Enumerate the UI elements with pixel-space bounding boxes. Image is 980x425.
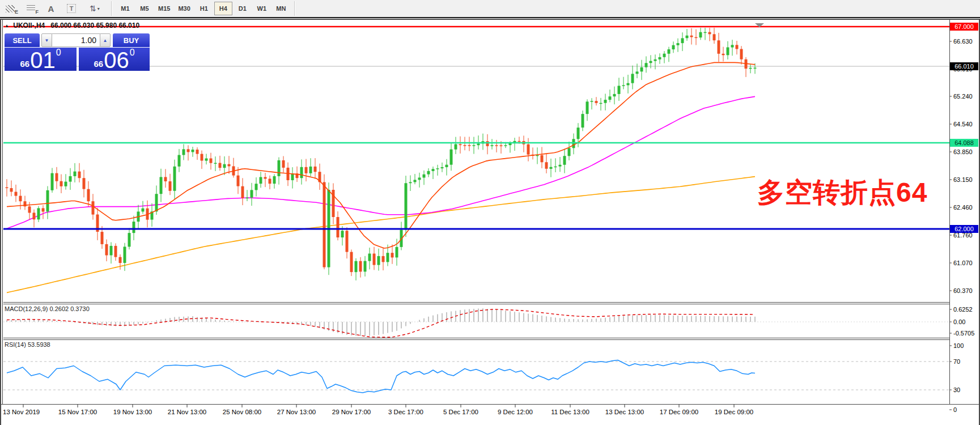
rsi-label: RSI(14) 53.5938 bbox=[5, 341, 50, 348]
svg-text:29 Nov 17:00: 29 Nov 17:00 bbox=[332, 409, 371, 415]
svg-text:11 Dec 13:00: 11 Dec 13:00 bbox=[551, 409, 589, 415]
rsi-pane: 10070300 bbox=[3, 342, 964, 413]
svg-text:13 Nov 2019: 13 Nov 2019 bbox=[3, 409, 40, 415]
sell-button[interactable]: SELL bbox=[5, 33, 40, 47]
buy-button[interactable]: BUY bbox=[113, 33, 150, 47]
svg-text:67.000: 67.000 bbox=[954, 23, 974, 30]
svg-text:63.150: 63.150 bbox=[953, 176, 973, 183]
symbol-header: ▲ UKOIl-,H4 66.000 66.030 65.980 66.010 bbox=[5, 22, 139, 29]
one-click-trading-panel: SELL ▼ ▲ BUY 66 01 0 66 06 0 bbox=[5, 33, 150, 71]
macd-pane: 0.62520.00-0.5705 bbox=[3, 306, 974, 337]
svg-text:64.088: 64.088 bbox=[954, 139, 974, 146]
sell-price-display[interactable]: 66 01 0 bbox=[5, 48, 77, 71]
svg-text:9 Dec 12:00: 9 Dec 12:00 bbox=[498, 409, 533, 415]
svg-text:0.00: 0.00 bbox=[953, 318, 965, 325]
svg-text:66.010: 66.010 bbox=[954, 63, 974, 70]
ma-mid-line bbox=[7, 96, 755, 228]
sell-price-prefix: 66 bbox=[20, 60, 29, 68]
svg-text:0.6252: 0.6252 bbox=[953, 306, 973, 313]
price-axis: 66.63065.91065.24064.54063.85063.15062.4… bbox=[949, 38, 973, 294]
svg-text:5 Dec 17:00: 5 Dec 17:00 bbox=[443, 409, 478, 415]
svg-text:62.000: 62.000 bbox=[954, 226, 974, 232]
svg-text:15 Nov 17:00: 15 Nov 17:00 bbox=[58, 409, 97, 415]
volume-increase-button[interactable]: ▲ bbox=[100, 33, 111, 47]
collapse-arrow-icon[interactable]: ▲ bbox=[5, 23, 9, 28]
svg-text:61.070: 61.070 bbox=[953, 260, 973, 266]
ohlc-values: 66.000 66.030 65.980 66.010 bbox=[50, 22, 139, 29]
svg-text:19 Dec 09:00: 19 Dec 09:00 bbox=[715, 409, 753, 415]
pane-frames bbox=[0, 19, 980, 425]
time-axis: 13 Nov 201915 Nov 17:0019 Nov 13:0021 No… bbox=[3, 405, 753, 415]
buy-price-big: 06 bbox=[104, 51, 129, 70]
svg-text:63.850: 63.850 bbox=[953, 148, 973, 155]
chart-annotation-text: 多空转折点64 bbox=[757, 175, 927, 211]
volume-input[interactable] bbox=[52, 33, 100, 47]
price-badges: 67.00066.01064.08862.000 bbox=[950, 23, 978, 233]
buy-price-prefix: 66 bbox=[94, 60, 103, 68]
svg-text:-0.5705: -0.5705 bbox=[953, 330, 974, 337]
svg-text:21 Nov 13:00: 21 Nov 13:00 bbox=[168, 409, 206, 415]
svg-text:62.460: 62.460 bbox=[953, 204, 973, 211]
ma-slow-line bbox=[7, 177, 755, 293]
svg-text:3 Dec 17:00: 3 Dec 17:00 bbox=[388, 409, 423, 415]
svg-text:30: 30 bbox=[953, 386, 960, 393]
mt4-window: E F A T ⇅ ▾ M1 M5 M15 M30 H1 H4 bbox=[0, 0, 980, 425]
macd-label: MACD(12,26,9) 0.2602 0.3730 bbox=[5, 305, 90, 312]
svg-text:17 Dec 09:00: 17 Dec 09:00 bbox=[660, 409, 698, 415]
svg-text:66.630: 66.630 bbox=[953, 38, 973, 45]
sell-price-big: 01 bbox=[30, 51, 56, 70]
buy-price-sup: 0 bbox=[130, 48, 135, 57]
volume-decrease-button[interactable]: ▼ bbox=[41, 33, 52, 47]
svg-text:25 Nov 08:00: 25 Nov 08:00 bbox=[223, 409, 261, 415]
buy-price-display[interactable]: 66 06 0 bbox=[79, 48, 150, 71]
svg-text:13 Dec 13:00: 13 Dec 13:00 bbox=[605, 409, 644, 415]
svg-text:0: 0 bbox=[953, 406, 957, 413]
svg-text:70: 70 bbox=[953, 358, 960, 365]
svg-text:60.370: 60.370 bbox=[953, 287, 973, 294]
svg-text:27 Nov 13:00: 27 Nov 13:00 bbox=[277, 409, 316, 415]
svg-text:64.540: 64.540 bbox=[953, 121, 973, 128]
ma-fast-line bbox=[7, 62, 755, 248]
symbol-name: UKOIl-,H4 bbox=[13, 22, 45, 29]
svg-text:65.240: 65.240 bbox=[953, 93, 973, 100]
svg-text:19 Nov 13:00: 19 Nov 13:00 bbox=[113, 409, 152, 415]
sell-price-sup: 0 bbox=[56, 48, 61, 57]
svg-text:100: 100 bbox=[953, 342, 964, 349]
